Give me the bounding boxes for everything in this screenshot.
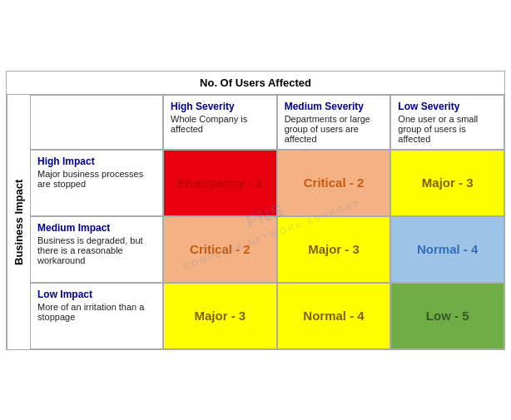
value-cell-r1-c2: Normal - 4 xyxy=(390,216,504,283)
impact-row-1: Medium Impact Business is degraded, but … xyxy=(30,216,163,283)
side-label: Business Impact xyxy=(7,95,30,349)
top-header: No. Of Users Affected xyxy=(7,72,504,95)
header-empty-cell xyxy=(30,95,163,150)
impact-row-2: Low Impact More of an irritation than a … xyxy=(30,283,163,349)
header-high-sev: High Severity Whole Company is affected xyxy=(163,95,277,150)
header-low-sev: Low Severity One user or a small group o… xyxy=(390,95,504,150)
header-med-sev: Medium Severity Departments or large gro… xyxy=(277,95,391,150)
value-cell-r2-c2: Low - 5 xyxy=(390,283,504,349)
value-cell-r0-c1: Critical - 2 xyxy=(277,150,391,216)
main-grid: High Severity Whole Company is affected … xyxy=(30,95,504,349)
impact-row-0: High Impact Major business processes are… xyxy=(30,150,163,216)
value-cell-r1-c0: Critical - 2 xyxy=(163,216,277,283)
value-cell-r1-c1: Major - 3 xyxy=(277,216,391,283)
value-cell-r0-c2: Major - 3 xyxy=(390,150,504,216)
value-cell-r0-c0: Emergency - 1 xyxy=(163,150,277,216)
value-cell-r2-c1: Normal - 4 xyxy=(277,283,391,349)
value-cell-r2-c0: Major - 3 xyxy=(163,283,277,349)
